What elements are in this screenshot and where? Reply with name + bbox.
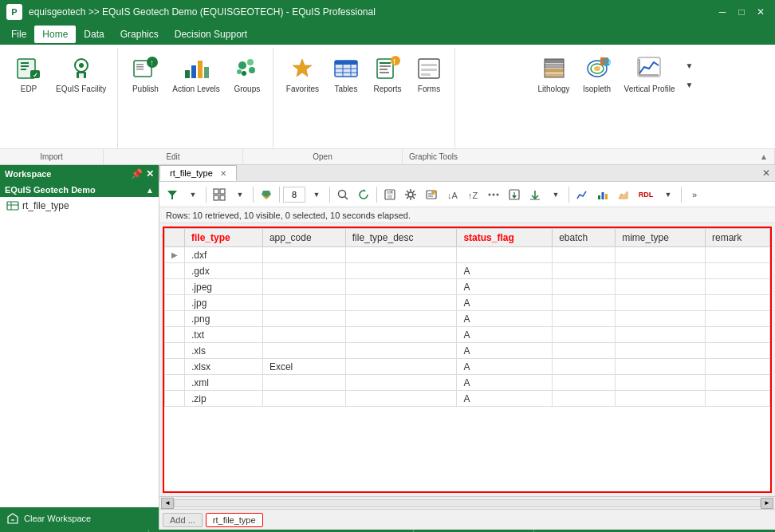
settings-btn[interactable] <box>401 185 420 204</box>
scroll-track[interactable] <box>174 499 761 507</box>
menu-graphics[interactable]: Graphics <box>112 26 167 43</box>
workspace-section[interactable]: EQuIS Geotech Demo ▲ <box>0 183 159 197</box>
close-button[interactable]: ✕ <box>753 6 769 18</box>
minimize-button[interactable]: ─ <box>714 6 730 18</box>
add-tab-button[interactable]: Add ... <box>163 513 203 527</box>
more-tools-btn[interactable]: » <box>685 185 704 204</box>
table-row[interactable]: .jpgA <box>165 295 770 311</box>
action-levels-button[interactable]: Action Levels <box>167 51 224 97</box>
reports-button[interactable]: ! Reports <box>368 51 407 97</box>
tables-button[interactable]: Tables <box>327 51 365 97</box>
grid-view-btn[interactable] <box>210 185 229 204</box>
table-row[interactable]: .gdxA <box>165 263 770 279</box>
rdl-btn[interactable]: RDL <box>635 185 657 204</box>
horizontal-scrollbar[interactable]: ◄ ► <box>159 496 775 509</box>
menu-file[interactable]: File <box>3 26 34 43</box>
publish-button[interactable]: ↑ Publish <box>126 51 164 97</box>
cell-mime_type <box>616 343 706 359</box>
svg-rect-46 <box>545 69 564 73</box>
cell-status_flag <box>457 247 553 263</box>
cell-file_type_desc <box>345 279 457 295</box>
isopleth-button[interactable]: 🌐 Isopleth <box>578 51 616 97</box>
download-dropdown-btn[interactable]: ▼ <box>546 185 565 204</box>
menu-home[interactable]: Home <box>34 26 76 43</box>
menu-decision-support[interactable]: Decision Support <box>167 26 255 43</box>
table-row[interactable]: .zipA <box>165 391 770 407</box>
table-row[interactable]: ▶.dxf <box>165 247 770 263</box>
graphic-tools-dropdown2[interactable]: ▼ <box>683 77 695 93</box>
tree-item-rt-file-type[interactable]: rt_file_type <box>0 197 159 215</box>
grid-container[interactable]: file_type app_code file_type_desc status… <box>164 228 770 491</box>
chart-area-btn[interactable] <box>614 185 633 204</box>
search-btn[interactable] <box>333 185 352 204</box>
ribbon-group-import: ✓ EDP EQuIS Facility <box>3 48 118 148</box>
svg-point-51 <box>594 66 600 71</box>
scroll-left-btn[interactable]: ◄ <box>161 498 174 509</box>
th-ebatch[interactable]: ebatch <box>553 229 616 247</box>
save-btn[interactable] <box>380 185 399 204</box>
lithology-button[interactable]: Lithology <box>533 51 575 97</box>
sidebar-pin-btn[interactable]: 📌 <box>131 168 143 179</box>
chart-line-btn[interactable] <box>572 185 592 204</box>
svg-rect-3 <box>21 69 26 70</box>
scroll-right-btn[interactable]: ► <box>761 498 773 509</box>
refresh-btn[interactable] <box>354 185 373 204</box>
cell-remark <box>705 375 769 391</box>
clear-workspace-button[interactable]: Clear Workspace <box>0 507 159 530</box>
edit-btn[interactable] <box>422 185 441 204</box>
cell-app_code <box>262 295 345 311</box>
grid-view-dropdown-btn[interactable]: ▼ <box>230 185 250 204</box>
table-row[interactable]: .xlsA <box>165 343 770 359</box>
table-row[interactable]: .jpegA <box>165 279 770 295</box>
cell-file_type_desc <box>345 327 457 343</box>
tabs-close-all-btn[interactable]: ✕ <box>757 166 775 180</box>
th-mime-type[interactable]: mime_type <box>616 229 706 247</box>
export-btn[interactable] <box>505 185 524 204</box>
th-file-type-desc[interactable]: file_type_desc <box>345 229 457 247</box>
svg-rect-64 <box>220 189 225 194</box>
equis-facility-button[interactable]: EQuIS Facility <box>51 51 111 97</box>
table-row[interactable]: .pngA <box>165 311 770 327</box>
page-number-input[interactable] <box>283 187 305 203</box>
publish-label: Publish <box>132 85 159 94</box>
download-btn[interactable] <box>525 185 545 204</box>
cell-file_type: .txt <box>185 327 263 343</box>
sidebar-close-btn[interactable]: ✕ <box>146 168 154 179</box>
table-row[interactable]: .xmlA <box>165 375 770 391</box>
ribbon-collapse-btn[interactable]: ▲ <box>760 152 768 161</box>
content-tab-rt-file-type[interactable]: rt_file_type ✕ <box>159 165 237 181</box>
cell-ebatch <box>553 311 616 327</box>
filter-btn[interactable] <box>163 185 182 204</box>
th-file-type[interactable]: file_type <box>185 229 263 247</box>
maximize-button[interactable]: □ <box>734 6 749 18</box>
forms-button[interactable]: Forms <box>410 51 448 97</box>
filter-dropdown-btn[interactable]: ▼ <box>183 185 203 204</box>
th-status-flag[interactable]: status_flag <box>457 229 553 247</box>
table-row[interactable]: .xlsxExcelA <box>165 359 770 375</box>
groups-label: Groups <box>234 85 260 94</box>
vertical-profile-button[interactable]: Vertical Profile <box>620 51 680 97</box>
groups-button[interactable]: Groups <box>228 51 266 97</box>
cell-ebatch <box>553 375 616 391</box>
edp-button[interactable]: ✓ EDP <box>10 51 48 97</box>
rdl-dropdown-btn[interactable]: ▼ <box>659 185 678 204</box>
more-btn1[interactable] <box>484 185 503 204</box>
open-label: Open <box>243 149 403 164</box>
graphic-tools-dropdown1[interactable]: ▼ <box>683 57 695 73</box>
th-app-code[interactable]: app_code <box>262 229 345 247</box>
svg-rect-54 <box>638 57 660 77</box>
sort-asc-btn[interactable]: ↓A <box>443 185 462 204</box>
cell-status_flag: A <box>457 279 553 295</box>
page-dropdown-btn[interactable]: ▼ <box>307 185 326 204</box>
sort-desc-btn[interactable]: ↑Z <box>463 185 482 204</box>
cell-app_code <box>262 247 345 263</box>
th-remark[interactable]: remark <box>705 229 769 247</box>
favorites-button[interactable]: Favorites <box>281 51 324 97</box>
table-row[interactable]: .txtA <box>165 327 770 343</box>
bottom-tab-rt-file-type[interactable]: rt_file_type <box>206 513 263 527</box>
menu-data[interactable]: Data <box>76 26 112 43</box>
bookmark-btn[interactable] <box>257 185 276 204</box>
content-tab-close-btn[interactable]: ✕ <box>220 169 226 178</box>
chart-bar-btn[interactable] <box>593 185 612 204</box>
svg-rect-57 <box>7 202 18 210</box>
